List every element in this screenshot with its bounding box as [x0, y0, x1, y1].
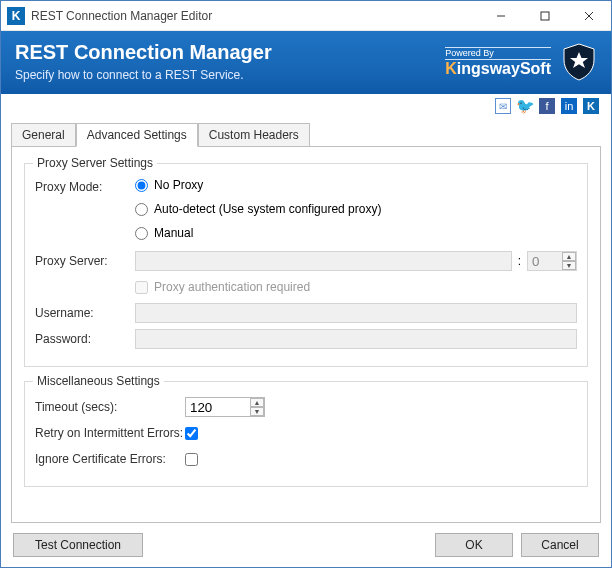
close-button[interactable]	[567, 1, 611, 31]
radio-manual-label: Manual	[154, 226, 193, 240]
radio-autodetect-label: Auto-detect (Use system configured proxy…	[154, 202, 381, 216]
powered-by-text: Powered By	[445, 48, 494, 58]
shield-icon	[561, 42, 597, 82]
minimize-button[interactable]	[479, 1, 523, 31]
radio-no-proxy-label: No Proxy	[154, 178, 203, 192]
timeout-up[interactable]: ▲	[250, 398, 264, 407]
app-icon: K	[7, 7, 25, 25]
proxy-auth-label: Proxy authentication required	[154, 280, 310, 294]
brand-accent: K	[445, 60, 457, 77]
cancel-button[interactable]: Cancel	[521, 533, 599, 557]
proxy-mode-options: No Proxy Auto-detect (Use system configu…	[135, 178, 381, 240]
proxy-port-up[interactable]: ▲	[562, 252, 576, 261]
timeout-down[interactable]: ▼	[250, 407, 264, 416]
proxy-mode-manual[interactable]: Manual	[135, 226, 381, 240]
proxy-server-input[interactable]	[135, 251, 512, 271]
retry-label: Retry on Intermittent Errors:	[35, 426, 185, 440]
ok-button[interactable]: OK	[435, 533, 513, 557]
tab-custom-headers[interactable]: Custom Headers	[198, 123, 310, 147]
timeout-label: Timeout (secs):	[35, 400, 185, 414]
radio-autodetect[interactable]	[135, 203, 148, 216]
timeout-stepper[interactable]: ▲ ▼	[185, 397, 265, 417]
proxy-auth-required[interactable]: Proxy authentication required	[135, 280, 310, 294]
maximize-button[interactable]	[523, 1, 567, 31]
tab-general[interactable]: General	[11, 123, 76, 147]
proxy-mode-label: Proxy Mode:	[35, 178, 135, 194]
tab-area: General Advanced Settings Custom Headers…	[1, 116, 611, 523]
proxy-port-separator: :	[518, 254, 521, 268]
tabstrip: General Advanced Settings Custom Headers	[11, 123, 601, 147]
radio-manual[interactable]	[135, 227, 148, 240]
ignore-cert-label: Ignore Certificate Errors:	[35, 452, 185, 466]
brand-name: ingswaySoft	[457, 60, 551, 77]
misc-legend: Miscellaneous Settings	[33, 374, 164, 388]
titlebar: K REST Connection Manager Editor	[1, 1, 611, 31]
tab-panel-advanced: Proxy Server Settings Proxy Mode: No Pro…	[11, 146, 601, 523]
window-title: REST Connection Manager Editor	[31, 9, 479, 23]
proxy-password-input[interactable]	[135, 329, 577, 349]
kingswaysoft-icon[interactable]: K	[583, 98, 599, 114]
social-links: ✉ 🐦 f in K	[1, 94, 611, 116]
linkedin-icon[interactable]: in	[561, 98, 577, 114]
tab-advanced-settings[interactable]: Advanced Settings	[76, 123, 198, 147]
miscellaneous-settings-group: Miscellaneous Settings Timeout (secs): ▲…	[24, 381, 588, 487]
window: K REST Connection Manager Editor REST Co…	[0, 0, 612, 568]
proxy-username-input[interactable]	[135, 303, 577, 323]
facebook-icon[interactable]: f	[539, 98, 555, 114]
test-connection-button[interactable]: Test Connection	[13, 533, 143, 557]
proxy-port-stepper[interactable]: ▲ ▼	[527, 251, 577, 271]
mail-icon[interactable]: ✉	[495, 98, 511, 114]
proxy-legend: Proxy Server Settings	[33, 156, 157, 170]
proxy-password-label: Password:	[35, 332, 135, 346]
twitter-icon[interactable]: 🐦	[517, 98, 533, 114]
retry-checkbox[interactable]	[185, 427, 198, 440]
powered-by-logo: Powered By KingswaySoft	[445, 47, 551, 77]
svg-rect-1	[541, 12, 549, 20]
proxy-server-label: Proxy Server:	[35, 254, 135, 268]
dialog-buttons: Test Connection OK Cancel	[1, 523, 611, 567]
ignore-cert-checkbox[interactable]	[185, 453, 198, 466]
proxy-mode-autodetect[interactable]: Auto-detect (Use system configured proxy…	[135, 202, 381, 216]
proxy-port-down[interactable]: ▼	[562, 261, 576, 270]
proxy-mode-no-proxy[interactable]: No Proxy	[135, 178, 381, 192]
radio-no-proxy[interactable]	[135, 179, 148, 192]
proxy-auth-checkbox[interactable]	[135, 281, 148, 294]
header-banner: REST Connection Manager Specify how to c…	[1, 31, 611, 94]
proxy-username-label: Username:	[35, 306, 135, 320]
header-subtitle: Specify how to connect to a REST Service…	[15, 68, 445, 82]
header-title: REST Connection Manager	[15, 41, 445, 64]
proxy-server-settings-group: Proxy Server Settings Proxy Mode: No Pro…	[24, 163, 588, 367]
